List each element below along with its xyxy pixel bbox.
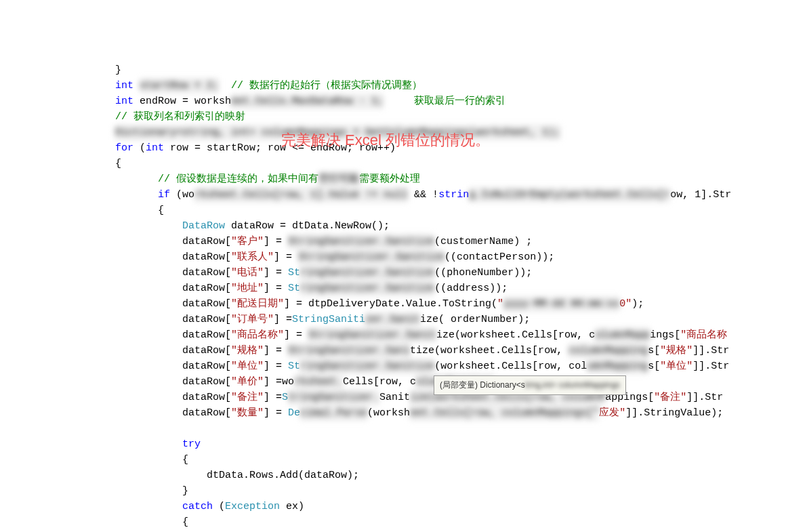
code-line[interactable]: dataRow["商品名称"] = StringSanitizer.Saniti… [115,327,786,343]
code-line[interactable]: } [115,62,786,78]
code-line[interactable]: // 获取列名和列索引的映射 [115,109,786,125]
code-line[interactable]: dataRow["订单号"] =StringSanitizer.Sanitize… [115,312,786,327]
code-line[interactable]: { [115,452,786,468]
annotation-text: 完美解决 Excel 列错位的情况。 [281,132,490,148]
code-line[interactable]: dtData.Rows.Add(dataRow); [115,468,786,483]
code-line[interactable]: catch (Exception ex) [115,499,786,514]
code-line[interactable]: dataRow["联系人"] = StringSanitizer.Sanitiz… [115,249,786,265]
code-line[interactable]: dataRow["数量"] = Decimal.Parse(worksheet.… [115,405,786,421]
code-line[interactable]: int startRow = 2; // 数据行的起始行（根据实际情况调整） [115,78,786,94]
code-line[interactable]: dataRow["地址"] = StringSanitizer.Sanitize… [115,281,786,296]
intellisense-tooltip: (局部变量) Dictionary<string,int> columnMapp… [434,375,626,395]
code-line[interactable]: // 假设数据是连续的，如果中间有空行可能需要额外处理 [115,171,786,187]
code-line[interactable]: try [115,436,786,452]
code-line[interactable]: dataRow["客户"] = StringSanitizer.Sanitize… [115,234,786,249]
code-line[interactable] [115,421,786,436]
code-line[interactable]: { [115,203,786,218]
code-line[interactable]: } [115,483,786,499]
code-line[interactable]: int endRow = worksheet.Cells.MaxDataRow … [115,94,786,109]
code-line[interactable]: dataRow["规格"] = StringSanitizer.Sanitize… [115,343,786,359]
code-line[interactable]: dataRow["配送日期"] = dtpDeliveryDate.Value.… [115,296,786,312]
code-line[interactable]: DataRow dataRow = dtData.NewRow(); [115,218,786,234]
code-line[interactable]: { [115,514,786,530]
code-line[interactable]: if (worksheet.Cells[row, 1].Value != nul… [115,187,786,203]
code-line[interactable]: dataRow["电话"] = StringSanitizer.Sanitize… [115,265,786,281]
code-line[interactable]: dataRow["单位"] = StringSanitizer.Sanitize… [115,359,786,374]
code-line[interactable]: { [115,156,786,171]
